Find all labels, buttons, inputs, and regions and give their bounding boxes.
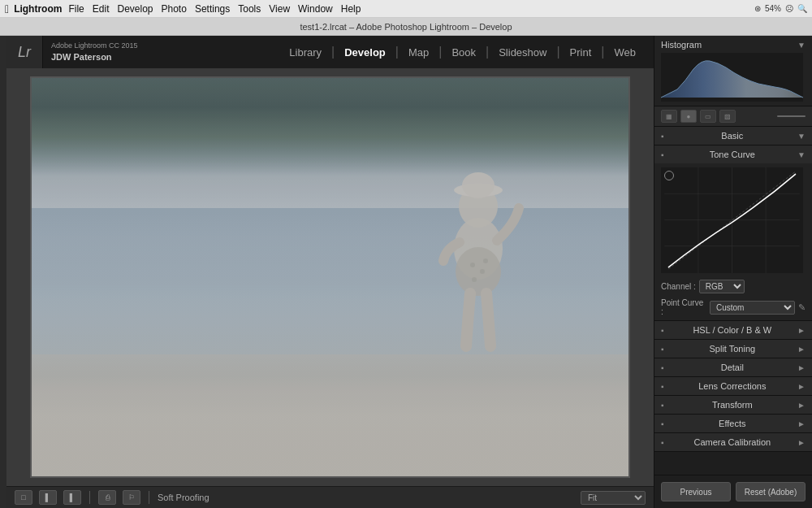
detail-label: Detail [721, 363, 744, 372]
channel-select[interactable]: RGB Red Green Blue [699, 280, 745, 293]
camera-calibration-bullet: ▪ [661, 438, 664, 447]
menu-window[interactable]: Window [298, 3, 333, 15]
crop-tool[interactable]: ⎙ [98, 490, 116, 505]
view-compare-btn[interactable]: ▭ [700, 110, 716, 123]
bottom-actions: Previous Reset (Adobe) [654, 475, 812, 508]
flag-tool[interactable]: ⚐ [123, 490, 140, 505]
lens-corrections-header[interactable]: ▪ Lens Corrections ► [654, 377, 812, 395]
menu-edit[interactable]: Edit [93, 3, 110, 15]
split-toning-bullet: ▪ [661, 345, 664, 354]
nav-links: Library | Develop | Map | Book | Slidesh… [279, 36, 654, 68]
basic-bullet: ▪ [661, 132, 664, 141]
toolbar-sep [89, 491, 90, 504]
channel-row: Channel : RGB Red Green Blue [654, 277, 812, 296]
detail-header[interactable]: ▪ Detail ► [654, 358, 812, 376]
photo-canvas: › [32, 78, 628, 476]
hsl-section: ▪ HSL / Color / B & W ► [654, 321, 812, 340]
hsl-header[interactable]: ▪ HSL / Color / B & W ► [654, 321, 812, 339]
histogram-arrow[interactable]: ▼ [797, 41, 806, 50]
lens-corrections-arrow: ► [797, 382, 806, 391]
point-curve-row: Point Curve : Custom Linear Medium Contr… [654, 296, 812, 320]
lens-corrections-label: Lens Corrections [698, 381, 766, 391]
tone-curve-header[interactable]: ▪ Tone Curve ▼ [654, 145, 812, 163]
effects-header[interactable]: ▪ Effects ► [654, 415, 812, 432]
camera-calibration-header[interactable]: ▪ Camera Calibration ► [654, 433, 812, 451]
transform-arrow: ► [797, 401, 806, 410]
effects-label: Effects [719, 419, 745, 428]
histogram-title: Histogram [661, 40, 702, 50]
apple-logo[interactable]:  [5, 2, 9, 15]
view-mode-single[interactable]: □ [15, 490, 32, 505]
view-grid-btn[interactable]: ▦ [661, 110, 677, 123]
previous-button[interactable]: Previous [661, 482, 731, 501]
reset-button[interactable]: Reset (Adobe) [736, 482, 806, 501]
nav-develop[interactable]: Develop [335, 36, 395, 68]
nav-book[interactable]: Book [442, 36, 486, 68]
left-panel [0, 36, 6, 508]
basic-section: ▪ Basic ▼ [654, 127, 812, 145]
curve-target-circle[interactable] [664, 171, 674, 180]
tone-curve-bullet: ▪ [661, 150, 664, 159]
tone-curve-arrow: ▼ [797, 150, 806, 159]
split-toning-label: Split Toning [709, 344, 755, 354]
photo-area: › [6, 68, 654, 486]
search-icon[interactable]: 🔍 [797, 4, 807, 13]
transform-label: Transform [712, 400, 753, 410]
top-navigation: Lr Adobe Lightroom CC 2015 JDW Paterson … [6, 36, 654, 68]
channel-label: Channel : [661, 282, 696, 291]
menu-view[interactable]: View [269, 3, 290, 15]
split-toning-header[interactable]: ▪ Split Toning ► [654, 340, 812, 358]
hsl-bullet: ▪ [661, 326, 664, 335]
transform-bullet: ▪ [661, 401, 664, 410]
detail-section: ▪ Detail ► [654, 358, 812, 377]
main-layout: Lr Adobe Lightroom CC 2015 JDW Paterson … [0, 36, 812, 508]
tone-curve-label: Tone Curve [710, 150, 755, 159]
wifi-icon: ⊛ [754, 4, 761, 13]
nav-web[interactable]: Web [605, 36, 646, 68]
view-select-dropdown[interactable]: Fit Fill 1:1 [581, 491, 646, 505]
panels-scroll[interactable]: ▪ Basic ▼ ▪ Tone Curve ▼ [654, 127, 812, 475]
basic-arrow: ▼ [797, 132, 806, 141]
tone-curve-canvas[interactable] [661, 167, 803, 273]
curve-edit-icon[interactable]: ✎ [798, 302, 806, 313]
menu-help[interactable]: Help [341, 3, 361, 15]
menu-settings[interactable]: Settings [195, 3, 230, 15]
lr-logo-text: Lr [18, 44, 31, 61]
window-title: test1-2.lrcat – Adobe Photoshop Lightroo… [300, 22, 512, 32]
basic-header[interactable]: ▪ Basic ▼ [654, 127, 812, 145]
view-loupe-btn[interactable]: ● [680, 110, 697, 123]
bottom-toolbar: □ ▌ ▌ ⎙ ⚐ Soft Proofing Fit Fill 1:1 [6, 486, 654, 508]
camera-calibration-label: Camera Calibration [693, 437, 771, 447]
menubar:  Lightroom File Edit Develop Photo Sett… [0, 0, 812, 18]
time-icon: ☹ [785, 4, 793, 13]
view-mode-grid[interactable]: ▌ [39, 490, 57, 505]
nav-map[interactable]: Map [399, 36, 438, 68]
app-title: Adobe Lightroom CC 2015 [51, 41, 138, 51]
effects-arrow: ► [797, 419, 806, 428]
hsl-label: HSL / Color / B & W [693, 325, 771, 335]
point-curve-select[interactable]: Custom Linear Medium Contrast Strong Con… [710, 301, 795, 315]
tone-curve-section: ▪ Tone Curve ▼ [654, 145, 812, 321]
effects-section: ▪ Effects ► [654, 415, 812, 433]
menu-items: File Edit Develop Photo Settings Tools V… [68, 3, 361, 15]
view-mode-compare[interactable]: ▌ [63, 490, 81, 505]
menu-photo[interactable]: Photo [162, 3, 187, 15]
transform-header[interactable]: ▪ Transform ► [654, 396, 812, 414]
histogram-header: Histogram ▼ [661, 40, 806, 50]
nav-library[interactable]: Library [279, 36, 331, 68]
menu-file[interactable]: File [68, 3, 84, 15]
menu-develop[interactable]: Develop [117, 3, 153, 15]
app-info: Adobe Lightroom CC 2015 JDW Paterson [43, 41, 146, 63]
menu-tools[interactable]: Tools [238, 3, 261, 15]
photo-container[interactable]: › [30, 76, 630, 478]
camera-calibration-section: ▪ Camera Calibration ► [654, 433, 812, 452]
split-toning-section: ▪ Split Toning ► [654, 340, 812, 358]
basic-label: Basic [721, 131, 743, 141]
histogram-canvas [661, 53, 803, 102]
catalog-name: JDW Paterson [51, 51, 138, 63]
view-survey-btn[interactable]: ▧ [719, 110, 736, 123]
nav-print[interactable]: Print [560, 36, 602, 68]
nav-slideshow[interactable]: Slideshow [489, 36, 556, 68]
photo-tone-overlay [32, 78, 628, 476]
effects-bullet: ▪ [661, 419, 664, 428]
